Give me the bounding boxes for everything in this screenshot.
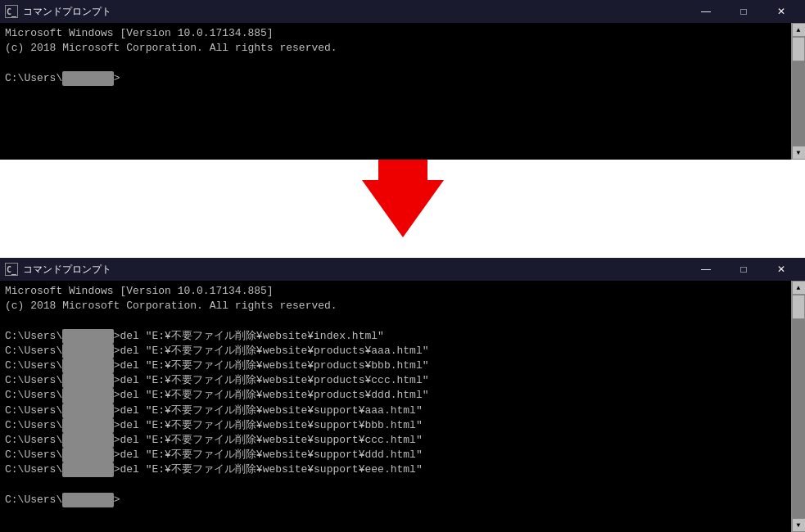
cmd-line: C:\Users\ >del "E:¥不要ファイル削除¥website¥prod… <box>5 389 429 401</box>
top-window-icon: C_ <box>5 5 18 18</box>
arrow-section <box>0 160 805 258</box>
top-restore-button[interactable]: □ <box>725 0 762 23</box>
bottom-close-button[interactable]: ✕ <box>762 258 800 281</box>
bottom-window-icon: C_ <box>5 263 18 276</box>
username-blurred <box>62 388 113 403</box>
bottom-scroll-up[interactable]: ▲ <box>792 281 806 295</box>
username-blurred <box>62 329 113 344</box>
top-prompt: C:\Users\ > <box>5 72 120 84</box>
top-close-button[interactable]: ✕ <box>762 0 800 23</box>
cmd-line: C:\Users\ >del "E:¥不要ファイル削除¥website¥prod… <box>5 374 429 386</box>
bottom-scroll-down[interactable]: ▼ <box>792 518 806 532</box>
bottom-scroll-track[interactable] <box>792 295 805 518</box>
username-blurred <box>62 462 113 477</box>
down-arrow-icon <box>362 180 444 237</box>
cmd-line: C:\Users\ >del "E:¥不要ファイル削除¥website¥supp… <box>5 463 423 476</box>
bottom-window-controls: — □ ✕ <box>687 258 800 281</box>
top-scroll-down[interactable]: ▼ <box>792 146 806 160</box>
username-blurred <box>62 404 113 418</box>
top-scrollbar[interactable]: ▲ ▼ <box>791 23 805 160</box>
top-line1: Microsoft Windows [Version 10.0.17134.88… <box>5 27 274 39</box>
final-prompt: C:\Users\ > <box>5 494 120 506</box>
top-prompt-suffix: > <box>114 72 120 84</box>
top-terminal[interactable]: Microsoft Windows [Version 10.0.17134.88… <box>0 23 791 160</box>
cmd-line: C:\Users\ >del "E:¥不要ファイル削除¥website¥prod… <box>5 345 429 357</box>
bottom-restore-button[interactable]: □ <box>725 258 762 281</box>
top-scroll-thumb[interactable] <box>792 37 805 61</box>
top-window-title: コマンドプロンプト <box>23 5 687 19</box>
cmd-line: C:\Users\ >del "E:¥不要ファイル削除¥website¥inde… <box>5 330 384 342</box>
username-blurred <box>62 358 113 373</box>
bottom-title-bar: C_ コマンドプロンプト — □ ✕ <box>0 258 805 281</box>
username-blurred <box>62 433 113 448</box>
bottom-window-body: Microsoft Windows [Version 10.0.17134.88… <box>0 281 805 532</box>
cmd-line: C:\Users\ >del "E:¥不要ファイル削除¥website¥supp… <box>5 419 423 431</box>
bottom-window-title: コマンドプロンプト <box>23 263 687 277</box>
top-username-blurred <box>62 71 113 86</box>
bottom-scroll-thumb[interactable] <box>792 295 805 319</box>
cmd-line: C:\Users\ >del "E:¥不要ファイル削除¥website¥prod… <box>5 359 429 372</box>
bottom-scrollbar[interactable]: ▲ ▼ <box>791 281 805 532</box>
svg-text:C_: C_ <box>7 265 17 275</box>
top-title-bar: C_ コマンドプロンプト — □ ✕ <box>0 0 805 23</box>
username-blurred <box>62 418 113 433</box>
top-scroll-track[interactable] <box>792 37 805 146</box>
bottom-minimize-button[interactable]: — <box>687 258 725 281</box>
svg-text:C_: C_ <box>7 7 17 17</box>
username-blurred <box>62 344 113 358</box>
bottom-terminal[interactable]: Microsoft Windows [Version 10.0.17134.88… <box>0 281 791 532</box>
username-blurred <box>62 373 113 388</box>
top-window: C_ コマンドプロンプト — □ ✕ Microsoft Windows [Ve… <box>0 0 805 160</box>
top-line2: (c) 2018 Microsoft Corporation. All righ… <box>5 42 337 54</box>
username-blurred <box>62 448 113 462</box>
cmd-line: C:\Users\ >del "E:¥不要ファイル削除¥website¥supp… <box>5 404 423 417</box>
username-blurred <box>62 493 113 507</box>
cmd-line: C:\Users\ >del "E:¥不要ファイル削除¥website¥supp… <box>5 449 423 461</box>
top-minimize-button[interactable]: — <box>687 0 725 23</box>
bottom-window: C_ コマンドプロンプト — □ ✕ Microsoft Windows [Ve… <box>0 258 805 532</box>
cmd-line: C:\Users\ >del "E:¥不要ファイル削除¥website¥supp… <box>5 434 423 446</box>
top-prompt-prefix: C:\Users\ <box>5 72 62 84</box>
top-scroll-up[interactable]: ▲ <box>792 23 806 37</box>
top-window-controls: — □ ✕ <box>687 0 800 23</box>
top-window-body: Microsoft Windows [Version 10.0.17134.88… <box>0 23 805 160</box>
